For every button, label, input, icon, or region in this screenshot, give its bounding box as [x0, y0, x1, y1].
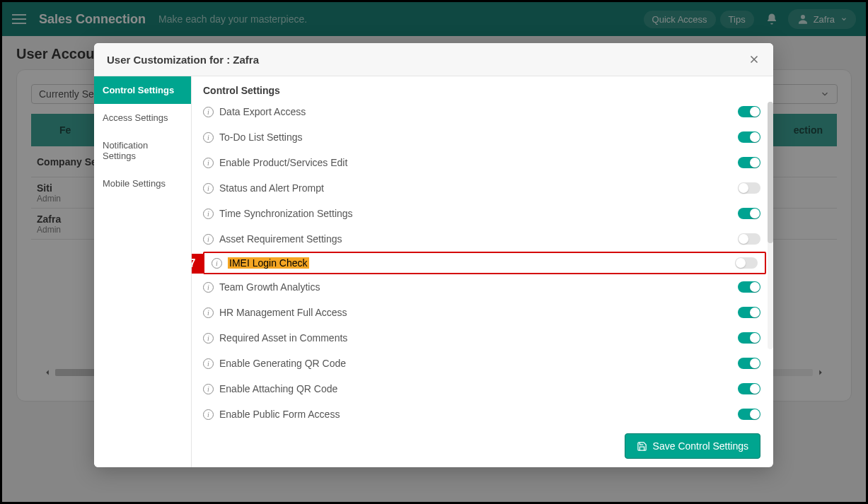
setting-label: Enable Public Form Access — [219, 409, 340, 420]
info-icon[interactable]: i — [203, 234, 214, 245]
setting-label: Time Synchronization Settings — [219, 208, 353, 219]
side-nav-item[interactable]: Control Settings — [94, 76, 191, 104]
info-icon[interactable]: i — [203, 183, 214, 194]
setting-toggle[interactable] — [738, 281, 760, 293]
setting-label: Enable Generating QR Code — [219, 358, 346, 369]
setting-label: Team Growth Analytics — [219, 281, 320, 293]
setting-toggle[interactable] — [738, 157, 760, 168]
setting-row: iAsset Requirement Settings — [203, 226, 769, 252]
info-icon[interactable]: i — [203, 333, 214, 344]
save-button-label: Save Control Settings — [653, 440, 748, 452]
setting-row-highlighted: 7iIMEI Login Check — [203, 252, 766, 274]
setting-toggle[interactable] — [738, 383, 760, 394]
side-nav-item[interactable]: Access Settings — [94, 104, 191, 131]
close-icon[interactable] — [748, 53, 760, 66]
step-badge: 7 — [192, 254, 203, 274]
setting-toggle[interactable] — [738, 307, 760, 318]
info-icon[interactable]: i — [203, 282, 214, 293]
setting-row: iEnable Product/Services Edit — [203, 150, 769, 175]
info-icon[interactable]: i — [203, 358, 214, 369]
setting-label: Enable Product/Services Edit — [219, 157, 347, 168]
info-icon[interactable]: i — [203, 209, 214, 219]
setting-toggle[interactable] — [738, 106, 760, 117]
vertical-scroll-thumb[interactable] — [768, 102, 773, 243]
setting-toggle[interactable] — [738, 208, 760, 219]
setting-row: iTeam Growth Analytics — [203, 274, 769, 300]
setting-row: iTime Synchronization Settings — [203, 201, 769, 226]
side-nav-item[interactable]: Mobile Settings — [94, 170, 191, 197]
setting-toggle[interactable] — [738, 233, 760, 245]
setting-toggle[interactable] — [735, 257, 758, 269]
section-title: Control Settings — [192, 76, 773, 99]
setting-row: iEnable Attaching QR Code — [203, 376, 769, 402]
setting-row: iData Export Access — [203, 99, 769, 124]
setting-row: iRequired Asset in Comments — [203, 325, 769, 351]
setting-label: Required Asset in Comments — [219, 332, 347, 344]
setting-label: Asset Requirement Settings — [219, 233, 342, 245]
info-icon[interactable]: i — [203, 132, 214, 143]
setting-label: To-Do List Settings — [219, 131, 303, 143]
setting-label: IMEI Login Check — [228, 257, 309, 269]
save-icon — [637, 441, 647, 452]
setting-row: iEnable Generating QR Code — [203, 351, 769, 376]
side-nav-item[interactable]: Notification Settings — [94, 131, 191, 170]
modal-header: User Customization for : Zafra — [94, 43, 773, 76]
setting-row: iHR Management Full Access — [203, 300, 769, 325]
info-icon[interactable]: i — [212, 258, 222, 269]
modal-footer: Save Control Settings — [192, 425, 773, 467]
save-control-settings-button[interactable]: Save Control Settings — [625, 433, 760, 459]
user-customization-modal: User Customization for : Zafra Control S… — [94, 43, 773, 467]
info-icon[interactable]: i — [203, 107, 214, 117]
info-icon[interactable]: i — [203, 384, 214, 394]
setting-toggle[interactable] — [738, 409, 760, 420]
info-icon[interactable]: i — [203, 307, 214, 318]
setting-toggle[interactable] — [738, 131, 760, 143]
info-icon[interactable]: i — [203, 409, 214, 420]
setting-toggle[interactable] — [738, 182, 760, 194]
modal-side-nav: Control SettingsAccess SettingsNotificat… — [94, 76, 192, 467]
setting-toggle[interactable] — [738, 358, 760, 369]
setting-toggle[interactable] — [738, 332, 760, 344]
setting-row: iEnable Public Form Access — [203, 402, 769, 425]
info-icon[interactable]: i — [203, 158, 214, 168]
setting-label: HR Management Full Access — [219, 307, 347, 318]
settings-list: iData Export AccessiTo-Do List Settingsi… — [192, 99, 773, 425]
setting-label: Status and Alert Prompt — [219, 182, 324, 194]
modal-title: User Customization for : Zafra — [107, 54, 259, 66]
setting-row: iStatus and Alert Prompt — [203, 175, 769, 201]
setting-label: Data Export Access — [219, 106, 306, 117]
setting-row: iTo-Do List Settings — [203, 124, 769, 150]
setting-label: Enable Attaching QR Code — [219, 383, 337, 394]
